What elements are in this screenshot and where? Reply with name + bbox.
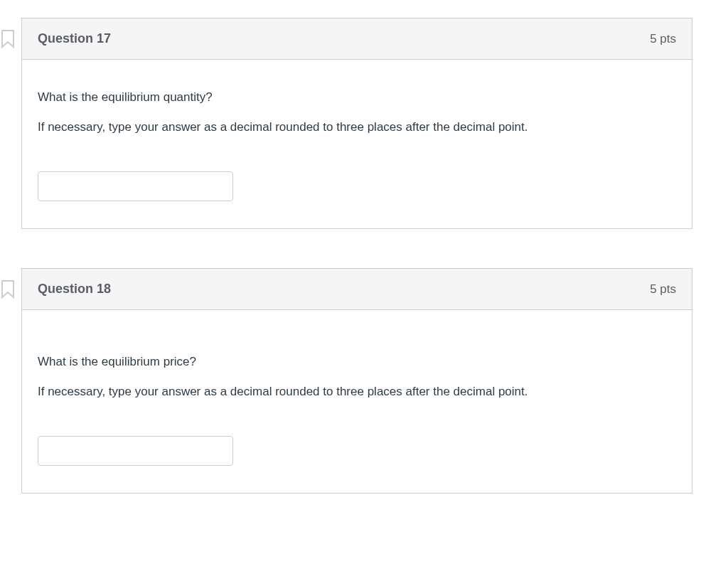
question-prompt: What is the equilibrium price? [38, 353, 676, 371]
bookmark-icon[interactable] [0, 30, 16, 48]
question-title: Question 18 [38, 282, 111, 297]
question-hint: If necessary, type your answer as a deci… [38, 383, 676, 401]
question-block-17: Question 17 5 pts What is the equilibriu… [21, 18, 692, 229]
question-header: Question 18 5 pts [22, 269, 692, 310]
question-points: 5 pts [650, 282, 676, 297]
question-points: 5 pts [650, 32, 676, 46]
question-hint: If necessary, type your answer as a deci… [38, 118, 676, 137]
question-card: Question 17 5 pts What is the equilibriu… [21, 18, 692, 229]
answer-input[interactable] [38, 171, 233, 201]
question-block-18: Question 18 5 pts What is the equilibriu… [21, 268, 692, 494]
answer-input[interactable] [38, 436, 233, 466]
question-header: Question 17 5 pts [22, 18, 692, 60]
question-body: What is the equilibrium price? If necess… [22, 310, 692, 493]
question-body: What is the equilibrium quantity? If nec… [22, 60, 692, 228]
bookmark-icon[interactable] [0, 280, 16, 299]
question-prompt: What is the equilibrium quantity? [38, 88, 676, 107]
question-card: Question 18 5 pts What is the equilibriu… [21, 268, 692, 494]
question-title: Question 17 [38, 31, 111, 46]
